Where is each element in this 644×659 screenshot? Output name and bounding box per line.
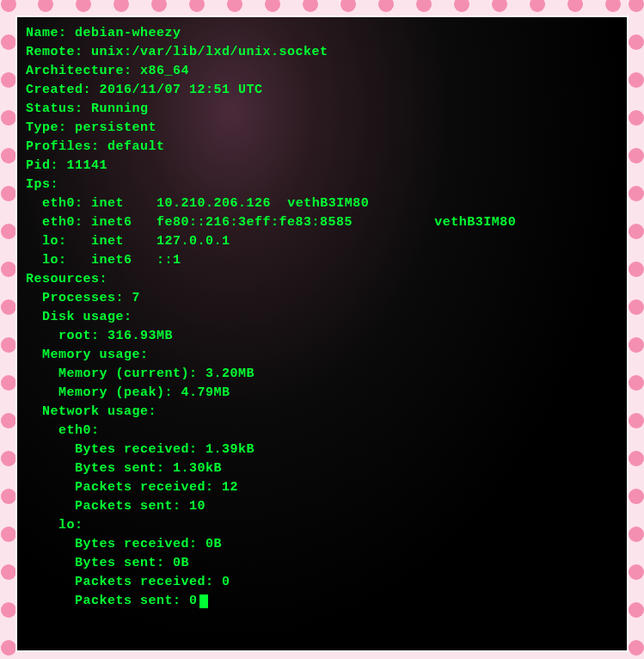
ip-row: eth0: inet6 fe80::216:3eff:fe83:8585 vet…: [26, 215, 516, 230]
type-line: Type: persistent: [26, 120, 156, 135]
iface-name: lo:: [26, 518, 83, 533]
ip-row: lo: inet 127.0.0.1: [26, 234, 230, 249]
ip-row: eth0: inet 10.210.206.126 vethB3IM80: [26, 196, 369, 211]
iface-name: eth0:: [26, 423, 100, 438]
status-line: Status: Running: [26, 102, 149, 116]
pkts-rx-line: Packets received: 0: [26, 575, 230, 589]
resources-header: Resources:: [26, 272, 107, 286]
remote-line: Remote: unix:/var/lib/lxd/unix.socket: [26, 45, 328, 59]
pkts-tx-line: Packets sent: 0: [26, 594, 208, 608]
terminal-window[interactable]: Name: debian-wheezy Remote: unix:/var/li…: [15, 15, 629, 652]
memory-peak-line: Memory (peak): 4.79MB: [26, 385, 230, 400]
processes-line: Processes: 7: [26, 291, 140, 305]
ip-row: lo: inet6 ::1: [26, 253, 181, 268]
memory-current-line: Memory (current): 3.20MB: [26, 366, 255, 381]
disk-header: Disk usage:: [26, 310, 132, 324]
memory-header: Memory usage:: [26, 348, 149, 362]
terminal-output: Name: debian-wheezy Remote: unix:/var/li…: [26, 24, 618, 611]
name-line: Name: debian-wheezy: [26, 26, 181, 40]
arch-line: Architecture: x86_64: [26, 64, 189, 78]
bytes-rx-line: Bytes received: 0B: [26, 537, 222, 551]
bytes-tx-line: Bytes sent: 0B: [26, 556, 189, 570]
pid-line: Pid: 11141: [26, 158, 107, 173]
created-line: Created: 2016/11/07 12:51 UTC: [26, 83, 263, 97]
network-header: Network usage:: [26, 404, 156, 419]
bytes-rx-line: Bytes received: 1.39kB: [26, 442, 255, 457]
bytes-tx-line: Bytes sent: 1.30kB: [26, 461, 222, 476]
pkts-tx-line: Packets sent: 10: [26, 499, 205, 514]
cursor-icon: [199, 594, 208, 608]
profiles-line: Profiles: default: [26, 139, 165, 154]
disk-root-line: root: 316.93MB: [26, 329, 173, 343]
ips-header: Ips:: [26, 177, 58, 192]
pkts-rx-line: Packets received: 12: [26, 480, 238, 495]
